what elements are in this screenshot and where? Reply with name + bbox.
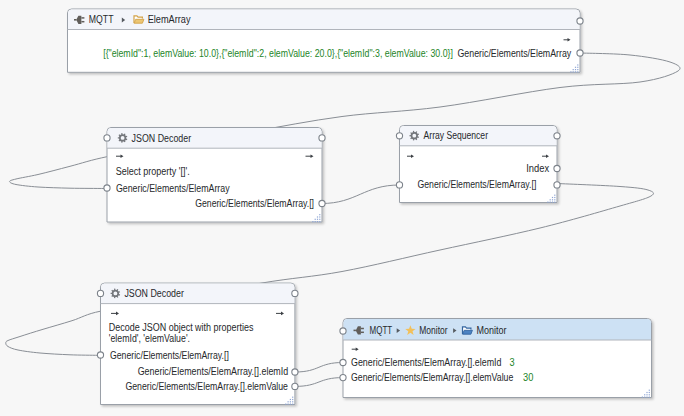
svg-text:ElemArray: ElemArray [148, 14, 191, 25]
svg-text:Generic/Elements/ElemArray.[]: Generic/Elements/ElemArray.[] [195, 198, 314, 209]
svg-text:JSON Decoder: JSON Decoder [124, 288, 184, 299]
svg-text:Generic/Elements/ElemArray.[].: Generic/Elements/ElemArray.[].elemValue [125, 381, 288, 392]
svg-text:MQTT: MQTT [370, 325, 393, 336]
svg-text:Array Sequencer: Array Sequencer [424, 130, 489, 141]
svg-text:MQTT: MQTT [89, 14, 114, 25]
svg-text:Generic/Elements/ElemArray.[].: Generic/Elements/ElemArray.[].elemId [351, 357, 502, 368]
svg-text:Generic/Elements/ElemArray: Generic/Elements/ElemArray [116, 183, 230, 194]
svg-text:Generic/Elements/ElemArray.[].: Generic/Elements/ElemArray.[].elemValue [351, 372, 514, 383]
svg-text:Generic/Elements/ElemArray.[]: Generic/Elements/ElemArray.[] [418, 179, 537, 190]
svg-text:Generic/Elements/ElemArray: Generic/Elements/ElemArray [458, 48, 572, 59]
svg-text:Index: Index [526, 163, 549, 174]
svg-text:Monitor: Monitor [419, 325, 448, 336]
svg-text:JSON Decoder: JSON Decoder [132, 133, 192, 144]
svg-text:Select property '[]'.: Select property '[]'. [116, 166, 190, 177]
svg-text:Monitor: Monitor [476, 325, 507, 336]
svg-text:3: 3 [510, 357, 516, 368]
svg-text:[{"elemId":1, elemValue: 10.0}: [{"elemId":1, elemValue: 10.0},{"elemId"… [103, 48, 453, 59]
svg-text:30: 30 [523, 372, 534, 383]
svg-text:Generic/Elements/ElemArray.[]: Generic/Elements/ElemArray.[] [110, 350, 229, 361]
svg-text:Generic/Elements/ElemArray.[].: Generic/Elements/ElemArray.[].elemId [138, 366, 289, 377]
svg-text:Decode JSON object with prope: Decode JSON object with properties [109, 322, 254, 333]
svg-text:'elemId', 'elemValue'.: 'elemId', 'elemValue'. [109, 333, 190, 344]
